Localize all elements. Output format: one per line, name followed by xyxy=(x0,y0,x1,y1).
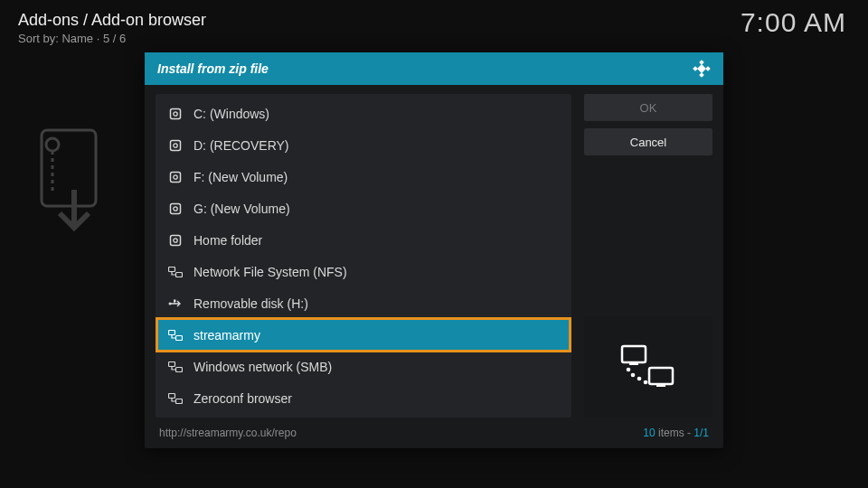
svg-rect-3 xyxy=(693,66,698,71)
drive-icon xyxy=(168,139,183,152)
svg-rect-27 xyxy=(622,346,646,362)
svg-point-33 xyxy=(644,380,648,385)
file-item-label: Removable disk (H:) xyxy=(193,296,308,311)
svg-rect-28 xyxy=(629,362,638,365)
breadcrumb: Add-ons / Add-on browser xyxy=(18,11,206,30)
ok-button[interactable]: OK xyxy=(584,94,712,121)
file-item-label: Network File System (NFS) xyxy=(193,265,347,279)
network-icon xyxy=(168,393,183,404)
svg-rect-11 xyxy=(171,172,181,182)
file-item[interactable]: C: (Windows) xyxy=(156,98,571,129)
svg-rect-6 xyxy=(697,64,706,73)
svg-point-14 xyxy=(174,206,177,210)
dialog-footer: http://streamarmy.co.uk/repo 10 items - … xyxy=(145,421,723,448)
dialog-title: Install from zip file xyxy=(157,61,269,76)
current-path: http://streamarmy.co.uk/repo xyxy=(159,427,297,439)
kodi-logo-icon xyxy=(693,60,711,78)
svg-rect-18 xyxy=(176,272,183,277)
file-item-label: Windows network (SMB) xyxy=(193,360,332,374)
file-item[interactable]: D: (RECOVERY) xyxy=(156,129,571,161)
file-item[interactable]: Windows network (SMB) xyxy=(156,351,571,382)
cancel-button[interactable]: Cancel xyxy=(584,128,712,155)
drive-icon xyxy=(168,202,183,215)
svg-rect-29 xyxy=(649,368,673,384)
file-item-label: G: (New Volume) xyxy=(193,202,290,216)
svg-rect-17 xyxy=(169,267,175,271)
drive-icon xyxy=(168,171,183,183)
file-item[interactable]: streamarmy xyxy=(156,317,571,352)
svg-point-16 xyxy=(174,238,177,241)
svg-rect-20 xyxy=(174,299,176,302)
file-item-label: F: (New Volume) xyxy=(193,170,288,184)
network-icon xyxy=(168,330,183,341)
item-count: 10 items - 1/1 xyxy=(643,427,709,439)
file-item-label: D: (RECOVERY) xyxy=(193,138,289,153)
drive-icon xyxy=(168,234,183,247)
svg-point-32 xyxy=(637,377,642,381)
svg-rect-4 xyxy=(705,66,711,71)
file-item-label: Zeroconf browser xyxy=(193,391,292,406)
svg-rect-21 xyxy=(169,330,175,334)
svg-point-1 xyxy=(46,138,59,151)
page-header: Add-ons / Add-on browser Sort by: Name ·… xyxy=(18,11,206,45)
svg-point-34 xyxy=(627,368,631,372)
svg-rect-2 xyxy=(699,60,704,65)
usb-icon xyxy=(168,299,183,308)
network-icon xyxy=(168,361,183,372)
svg-point-10 xyxy=(174,143,177,146)
svg-point-31 xyxy=(631,373,636,378)
network-icon xyxy=(168,267,183,277)
svg-point-19 xyxy=(169,302,172,305)
svg-rect-23 xyxy=(169,361,175,366)
dialog-titlebar: Install from zip file xyxy=(145,52,723,85)
network-source-icon xyxy=(617,343,680,391)
svg-rect-26 xyxy=(176,399,183,403)
file-item[interactable]: Home folder xyxy=(156,224,571,256)
file-item[interactable]: Zeroconf browser xyxy=(156,382,571,414)
file-item-label: C: (Windows) xyxy=(193,107,269,121)
file-item[interactable]: Network File System (NFS) xyxy=(156,256,571,287)
svg-point-12 xyxy=(174,174,177,178)
svg-rect-9 xyxy=(171,140,181,150)
svg-rect-24 xyxy=(176,367,183,371)
source-preview-panel xyxy=(584,316,712,418)
svg-rect-0 xyxy=(42,130,96,206)
dialog-side-column: OK Cancel xyxy=(584,94,712,418)
file-item[interactable]: G: (New Volume) xyxy=(156,192,571,224)
svg-rect-22 xyxy=(176,335,183,340)
install-from-zip-dialog: Install from zip file C: (Windows) D: (R… xyxy=(145,52,723,448)
file-item-label: streamarmy xyxy=(193,328,260,343)
zip-install-icon xyxy=(36,127,127,244)
svg-point-8 xyxy=(174,111,177,115)
svg-rect-5 xyxy=(699,72,704,78)
file-item[interactable]: Removable disk (H:) xyxy=(156,287,571,319)
file-item[interactable]: F: (New Volume) xyxy=(156,161,571,192)
drive-icon xyxy=(168,108,183,120)
clock: 7:00 AM xyxy=(741,7,846,38)
file-browser-list[interactable]: C: (Windows) D: (RECOVERY) F: (New Volum… xyxy=(156,94,571,418)
dialog-body: C: (Windows) D: (RECOVERY) F: (New Volum… xyxy=(145,85,723,421)
svg-rect-15 xyxy=(171,235,181,245)
svg-rect-30 xyxy=(656,384,665,387)
file-item-label: Home folder xyxy=(193,233,262,248)
svg-rect-7 xyxy=(171,108,181,118)
svg-rect-25 xyxy=(169,393,175,398)
sort-indicator: Sort by: Name · 5 / 6 xyxy=(18,32,206,45)
svg-rect-13 xyxy=(171,203,181,213)
